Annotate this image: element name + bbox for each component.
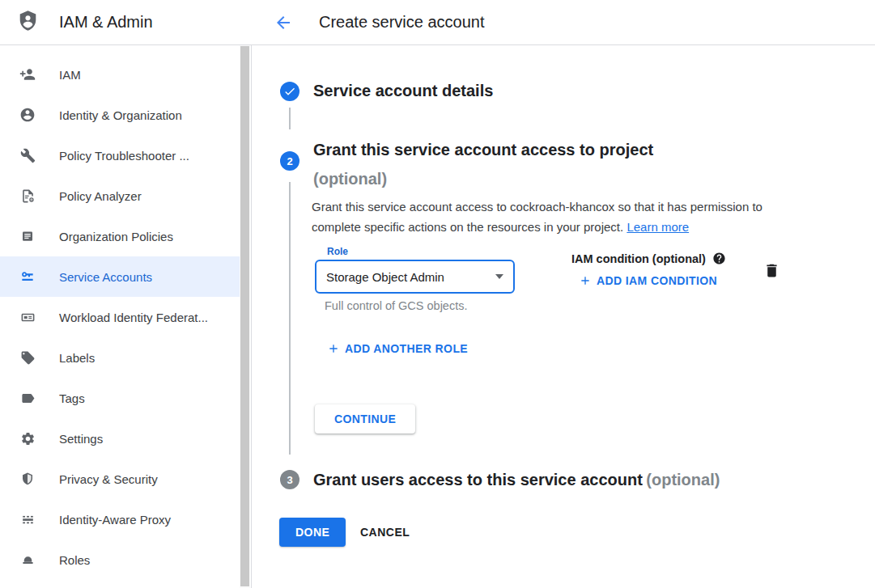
step3-heading: Grant users access to this service accou… bbox=[313, 469, 720, 492]
document-gear-icon bbox=[19, 188, 36, 204]
sidebar-item-label: Policy Analyzer bbox=[59, 189, 142, 203]
cancel-button[interactable]: CANCEL bbox=[347, 518, 423, 547]
step-connector bbox=[289, 182, 291, 455]
sidebar-item-label: Settings bbox=[59, 432, 103, 446]
step3-indicator: 3 bbox=[280, 470, 299, 489]
plus-icon bbox=[327, 342, 340, 355]
sidebar-item-label: Policy Troubleshooter ... bbox=[59, 149, 189, 163]
sidebar-item-label: Roles bbox=[59, 553, 90, 567]
sidebar-item-label: Workload Identity Federat... bbox=[59, 311, 208, 324]
sidebar-item-label: Identity-Aware Proxy bbox=[59, 513, 171, 527]
account-circle-icon bbox=[19, 107, 36, 123]
article-icon bbox=[19, 228, 36, 244]
role-field-label: Role bbox=[323, 246, 352, 257]
step3-title: Grant users access to this service accou… bbox=[313, 471, 643, 489]
step2-indicator: 2 bbox=[280, 151, 299, 171]
proxy-strip-icon bbox=[19, 511, 36, 527]
iam-condition-label-row: IAM condition (optional) bbox=[571, 252, 726, 265]
help-icon[interactable] bbox=[712, 252, 726, 265]
sidebar-item-label: Tags bbox=[59, 391, 85, 405]
step1-title: Service account details bbox=[313, 82, 493, 100]
caret-down-icon bbox=[495, 274, 503, 279]
wrench-icon bbox=[19, 147, 36, 163]
trash-icon bbox=[763, 262, 780, 279]
add-another-role-label: ADD ANOTHER ROLE bbox=[345, 342, 468, 355]
step1-indicator bbox=[280, 82, 299, 101]
sidebar-item-label: Privacy & Security bbox=[59, 472, 158, 486]
step2-number: 2 bbox=[287, 155, 292, 167]
role-helper-text: Full control of GCS objects. bbox=[325, 299, 468, 312]
step2-title: Grant this service account access to pro… bbox=[313, 141, 653, 159]
arrow-back-icon bbox=[274, 13, 293, 32]
sidebar-item-label: Organization Policies bbox=[59, 230, 173, 243]
card-icon bbox=[19, 309, 36, 325]
hard-hat-icon bbox=[19, 552, 36, 568]
step2-optional-label: (optional) bbox=[313, 170, 387, 188]
sidebar-item-iam[interactable]: IAM bbox=[0, 54, 240, 95]
sidebar-item-settings[interactable]: Settings bbox=[0, 418, 240, 459]
sidebar-item-organization-policies[interactable]: Organization Policies bbox=[0, 216, 240, 256]
person-add-icon bbox=[19, 66, 36, 82]
sidebar-scrollbar[interactable] bbox=[240, 45, 250, 588]
add-another-role-button[interactable]: ADD ANOTHER ROLE bbox=[327, 342, 468, 355]
sidebar-item-label: Labels bbox=[59, 351, 95, 365]
app-title: IAM & Admin bbox=[59, 13, 153, 32]
shield-half-icon bbox=[19, 471, 36, 487]
add-iam-condition-button[interactable]: ADD IAM CONDITION bbox=[579, 274, 717, 287]
sidebar-item-policy-analyzer[interactable]: Policy Analyzer bbox=[0, 176, 240, 216]
step-connector bbox=[289, 108, 291, 129]
iam-admin-shield-icon bbox=[17, 9, 39, 36]
sidebar-item-privacy-security[interactable]: Privacy & Security bbox=[0, 459, 240, 499]
back-button[interactable] bbox=[273, 12, 294, 33]
sidebar-item-identity-organization[interactable]: Identity & Organization bbox=[0, 95, 240, 135]
app-header: IAM & Admin bbox=[0, 0, 252, 44]
sidebar-item-identity-aware-proxy[interactable]: Identity-Aware Proxy bbox=[0, 499, 240, 539]
step2-heading: Grant this service account access to pro… bbox=[313, 136, 783, 194]
top-header: IAM & Admin Create service account bbox=[0, 0, 875, 45]
sidebar-item-workload-identity-federation[interactable]: Workload Identity Federat... bbox=[0, 297, 240, 337]
sidebar-nav: IAM Identity & Organization Policy Troub… bbox=[0, 45, 240, 580]
service-account-key-icon bbox=[19, 269, 36, 285]
description-text: Grant this service account access to coc… bbox=[312, 200, 762, 234]
sidebar-item-label: Identity & Organization bbox=[59, 108, 182, 122]
sidebar-scrollbar-thumb[interactable] bbox=[240, 46, 249, 586]
delete-role-button[interactable] bbox=[763, 262, 780, 281]
sidebar-item-roles[interactable]: Roles bbox=[0, 539, 240, 580]
sidebar-item-service-accounts[interactable]: Service Accounts bbox=[0, 256, 240, 297]
step2-description: Grant this service account access to coc… bbox=[312, 197, 796, 237]
step3-optional-label: (optional) bbox=[646, 471, 720, 489]
add-iam-condition-label: ADD IAM CONDITION bbox=[597, 274, 717, 287]
page-title: Create service account bbox=[319, 13, 485, 32]
sidebar: IAM Identity & Organization Policy Troub… bbox=[0, 45, 252, 588]
sidebar-item-labels[interactable]: Labels bbox=[0, 337, 240, 378]
sidebar-item-tags[interactable]: Tags bbox=[0, 378, 240, 418]
plus-icon bbox=[579, 274, 592, 287]
learn-more-link[interactable]: Learn more bbox=[627, 220, 689, 234]
sidebar-item-label: IAM bbox=[59, 68, 81, 82]
continue-button[interactable]: CONTINUE bbox=[315, 404, 415, 434]
done-button[interactable]: DONE bbox=[279, 518, 346, 547]
sidebar-item-policy-troubleshooter[interactable]: Policy Troubleshooter ... bbox=[0, 135, 240, 176]
check-icon bbox=[283, 85, 296, 98]
role-select[interactable]: Storage Object Admin bbox=[315, 260, 515, 294]
tag-arrow-icon bbox=[19, 390, 36, 406]
page-header: Create service account bbox=[252, 0, 875, 44]
label-tag-icon bbox=[19, 349, 36, 366]
role-select-value: Storage Object Admin bbox=[326, 270, 495, 284]
gear-icon bbox=[19, 430, 36, 446]
step3-number: 3 bbox=[287, 474, 292, 486]
iam-condition-label: IAM condition (optional) bbox=[571, 252, 706, 265]
main-content: Service account details 2 Grant this ser… bbox=[252, 45, 875, 588]
sidebar-item-label: Service Accounts bbox=[59, 270, 152, 284]
